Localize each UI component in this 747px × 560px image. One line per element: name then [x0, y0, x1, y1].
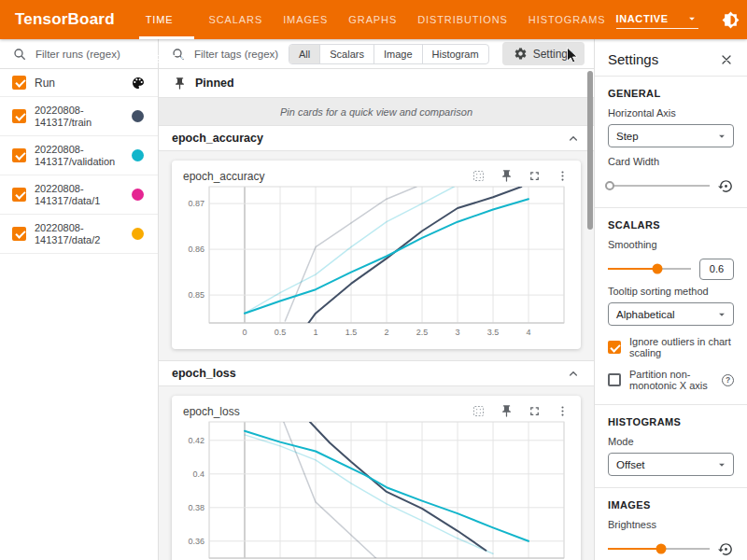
run-list-item[interactable]: 20220808-141317/validation	[0, 136, 158, 175]
filter-image-button[interactable]: Image	[374, 45, 422, 63]
brightness-icon[interactable]	[722, 11, 740, 29]
app-logo: TensorBoard	[0, 10, 135, 29]
nav-tabs: TIME SERIES SCALARS IMAGES GRAPHS DISTRI…	[135, 0, 616, 39]
pinned-label: Pinned	[195, 77, 234, 90]
tab-distributions[interactable]: DISTRIBUTIONS	[407, 0, 518, 39]
filter-all-button[interactable]: All	[289, 45, 319, 63]
run-filter	[0, 39, 158, 69]
slider-thumb[interactable]	[605, 181, 614, 190]
slider-thumb[interactable]	[653, 264, 663, 274]
tab-graphs[interactable]: GRAPHS	[338, 0, 407, 39]
horizontal-axis-select[interactable]: Step	[608, 124, 734, 147]
fit-to-data-icon[interactable]	[472, 169, 486, 183]
card-title: epoch_loss	[183, 405, 240, 418]
svg-text:0.87: 0.87	[188, 199, 204, 208]
run-checkbox[interactable]	[12, 148, 26, 162]
brightness-slider[interactable]	[608, 542, 710, 555]
main-content: All Scalars Image Histogram Settings Pin…	[159, 39, 594, 560]
more-options-icon[interactable]	[556, 169, 570, 183]
scalar-card-epoch-loss: epoch_loss 0.360.380.40.4200.511.522.533…	[172, 396, 581, 560]
svg-text:0.85: 0.85	[188, 290, 204, 300]
epoch-accuracy-chart[interactable]: 0.850.860.8700.511.522.533.54	[172, 185, 581, 349]
run-list-item[interactable]: 20220808-141317/train	[0, 97, 158, 136]
help-icon[interactable]: ?	[722, 374, 734, 386]
run-list-item[interactable]: 20220808-141317/data/2	[0, 215, 158, 254]
fullscreen-icon[interactable]	[528, 404, 542, 418]
svg-text:0.38: 0.38	[188, 503, 204, 512]
tab-histograms[interactable]: HISTOGRAMS	[518, 0, 616, 39]
tab-scalars[interactable]: SCALARS	[198, 0, 273, 39]
svg-text:2.5: 2.5	[416, 328, 429, 337]
settings-button[interactable]: Settings	[502, 42, 585, 65]
svg-text:0.36: 0.36	[188, 537, 204, 546]
settings-panel-title: Settings	[608, 51, 658, 67]
fullscreen-icon[interactable]	[528, 169, 542, 183]
tag-type-filter-group: All Scalars Image Histogram	[289, 44, 489, 64]
reset-icon[interactable]	[718, 178, 734, 194]
chart-svg: 0.850.860.8700.511.522.533.54	[172, 185, 581, 345]
filter-scalars-button[interactable]: Scalars	[319, 45, 374, 63]
ignore-outliers-checkbox[interactable]: Ignore outliers in chart scaling	[608, 336, 734, 358]
run-label: 20220808-	[35, 144, 115, 156]
settings-section-scalars: SCALARS Smoothing Tooltip sorting method…	[595, 208, 747, 404]
smoothing-slider[interactable]	[608, 262, 691, 275]
palette-icon[interactable]	[131, 76, 146, 91]
run-checkbox[interactable]	[12, 227, 26, 241]
histogram-mode-select[interactable]: Offset	[608, 453, 734, 476]
svg-text:1.5: 1.5	[345, 328, 358, 337]
pin-icon[interactable]	[500, 404, 514, 418]
run-color-dot[interactable]	[132, 149, 144, 161]
close-icon[interactable]	[719, 52, 734, 67]
svg-text:0.4: 0.4	[192, 469, 204, 479]
section-header-epoch-loss[interactable]: epoch_loss	[159, 360, 594, 386]
chart-svg: 0.360.380.40.4200.511.522.533.54	[172, 420, 581, 560]
app-header: TensorBoard TIME SERIES SCALARS IMAGES G…	[0, 0, 747, 39]
svg-text:1: 1	[313, 328, 317, 337]
runs-sidebar: Run 20220808-141317/train 20220808-14131…	[0, 39, 159, 560]
fit-to-data-icon[interactable]	[472, 404, 486, 418]
chevron-down-icon	[715, 458, 728, 471]
run-color-dot[interactable]	[132, 228, 144, 240]
card-title: epoch_accuracy	[183, 170, 264, 183]
svg-text:3.5: 3.5	[487, 328, 500, 337]
chevron-down-icon	[715, 308, 728, 321]
card-width-slider[interactable]	[608, 179, 710, 192]
settings-panel: Settings GENERAL Horizontal Axis Step Ca…	[594, 39, 747, 560]
tab-time-series[interactable]: TIME SERIES	[135, 0, 199, 39]
tab-images[interactable]: IMAGES	[273, 0, 338, 39]
select-all-runs-checkbox[interactable]	[12, 76, 26, 90]
reload-status-select[interactable]: INACTIVE	[616, 10, 698, 29]
run-checkbox[interactable]	[12, 188, 26, 202]
tag-toolbar: All Scalars Image Histogram Settings	[159, 39, 594, 69]
run-list-header: Run	[0, 69, 158, 97]
run-color-dot[interactable]	[132, 110, 144, 122]
chevron-up-icon[interactable]	[566, 366, 581, 381]
svg-text:0.86: 0.86	[188, 245, 204, 254]
chevron-up-icon[interactable]	[566, 131, 581, 146]
run-list-item[interactable]: 20220808-141317/data/1	[0, 175, 158, 215]
slider-thumb[interactable]	[655, 544, 666, 554]
settings-section-general: GENERAL Horizontal Axis Step Card Width	[595, 77, 747, 207]
run-label: 20220808-	[35, 105, 92, 117]
more-options-icon[interactable]	[556, 404, 570, 418]
epoch-loss-chart[interactable]: 0.360.380.40.4200.511.522.533.54	[172, 420, 581, 560]
pin-icon[interactable]	[500, 169, 514, 183]
status-value: INACTIVE	[616, 13, 669, 24]
filter-histogram-button[interactable]: Histogram	[422, 45, 488, 63]
tooltip-sorting-select[interactable]: Alphabetical	[608, 302, 734, 326]
run-column-label: Run	[35, 77, 55, 90]
scalar-card-epoch-accuracy: epoch_accuracy 0.850.860.8700.511.522.53…	[172, 161, 581, 349]
run-color-dot[interactable]	[132, 189, 144, 201]
tag-filter-input[interactable]	[194, 49, 289, 60]
reset-icon[interactable]	[718, 541, 734, 557]
section-header-epoch-accuracy[interactable]: epoch_accuracy	[159, 125, 594, 151]
chevron-down-icon	[715, 130, 728, 143]
run-label: 20220808-	[35, 183, 100, 195]
scrollbar-thumb[interactable]	[587, 71, 593, 230]
run-checkbox[interactable]	[12, 109, 26, 123]
run-label: 20220808-	[35, 222, 100, 234]
run-filter-input[interactable]	[35, 49, 150, 60]
partition-x-axis-checkbox[interactable]: Partition non-monotonic X axis ?	[608, 369, 734, 391]
svg-text:4: 4	[526, 328, 530, 337]
smoothing-value-input[interactable]	[699, 259, 734, 280]
